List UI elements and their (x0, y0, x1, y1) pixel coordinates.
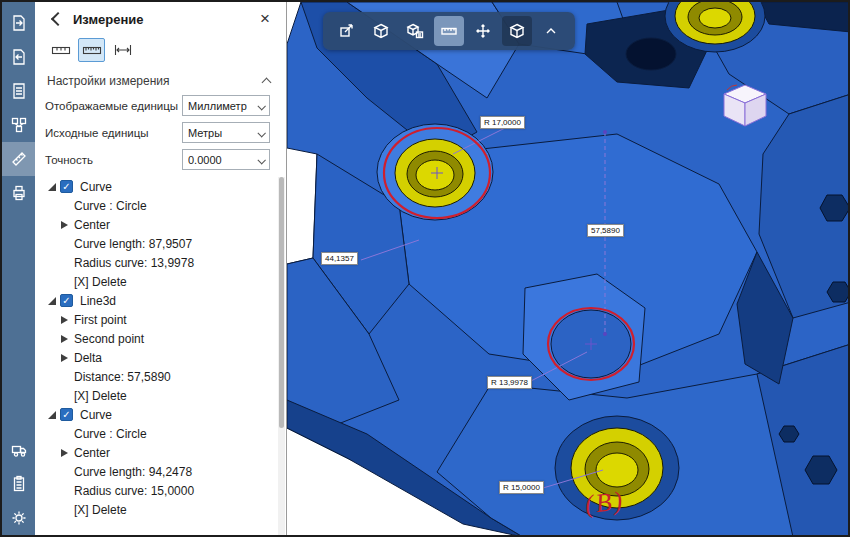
caliper-icon[interactable] (109, 38, 136, 62)
expander-collapsed-icon[interactable] (61, 449, 68, 457)
tree-item-label: Curve (80, 180, 112, 194)
display-units-value: Миллиметр (188, 100, 247, 112)
scrollbar-thumb[interactable] (279, 177, 284, 428)
expander-collapsed-icon[interactable] (61, 316, 68, 324)
tree-item-label: Center (74, 446, 110, 460)
settings-gear-icon[interactable] (2, 501, 35, 535)
delete-item-label: [X] Delete (74, 275, 127, 289)
tree-item[interactable]: Radius curve: 15,0000 (35, 481, 286, 500)
tree-item-label: Curve : Circle (74, 427, 147, 441)
structure-icon[interactable] (2, 108, 35, 142)
cad-model[interactable] (287, 2, 848, 535)
report-icon[interactable] (2, 74, 35, 108)
measure-tool-icon[interactable] (2, 142, 35, 176)
tree-item-label: First point (74, 313, 127, 327)
ruler-ticks-icon[interactable] (78, 38, 105, 62)
tree-item-delta[interactable]: Delta (35, 348, 286, 367)
checkbox-checked[interactable] (60, 408, 73, 421)
tree-item-line3d[interactable]: Line3d (35, 291, 286, 310)
delete-item-button[interactable]: [X] Delete (35, 386, 286, 405)
expander-expanded-icon[interactable] (48, 183, 56, 191)
collapse-section-icon[interactable] (262, 76, 272, 86)
main-sidebar (2, 2, 35, 535)
checkbox-checked[interactable] (60, 294, 73, 307)
panel-title: Измерение (73, 12, 256, 27)
checkbox-checked[interactable] (60, 180, 73, 193)
delete-item-label: [X] Delete (74, 503, 127, 517)
source-units-row: Исходные единицы Метры (35, 119, 286, 146)
source-units-label: Исходные единицы (45, 127, 182, 139)
dimension-label-radius-15[interactable]: R 15,0000 (499, 481, 544, 494)
annotation-b: (B) (583, 486, 626, 521)
dimension-label-radius-17[interactable]: R 17,0000 (480, 116, 525, 129)
measurement-tree: Curve Curve : Circle Center Curve length… (35, 177, 286, 535)
display-units-label: Отображаемые единицы (45, 100, 182, 112)
tree-item[interactable]: Curve : Circle (35, 424, 286, 443)
tree-item-curve-2[interactable]: Curve (35, 405, 286, 424)
truck-icon[interactable] (2, 433, 35, 467)
print-icon[interactable] (2, 176, 35, 210)
export-model-icon[interactable] (2, 40, 35, 74)
measure-mode-toolbar (35, 36, 286, 68)
cad-application-window: Измерение Настройки измерения Отображаем… (0, 0, 850, 537)
viewport-toolbar (323, 12, 575, 50)
model-view-icon[interactable] (502, 16, 532, 46)
settings-section-title: Настройки измерения (47, 74, 262, 88)
tasks-icon[interactable] (2, 467, 35, 501)
tree-item-label: Second point (74, 332, 144, 346)
dimension-label-44[interactable]: 44,1357 (321, 252, 358, 265)
back-icon[interactable] (47, 10, 65, 28)
cube-annotate-icon[interactable] (400, 16, 430, 46)
precision-value: 0.0000 (188, 154, 222, 166)
source-units-value: Метры (188, 127, 222, 139)
expander-collapsed-icon[interactable] (61, 221, 68, 229)
expander-expanded-icon[interactable] (48, 411, 56, 419)
ruler-simple-icon[interactable] (47, 38, 74, 62)
collapse-chevron-icon[interactable] (536, 16, 566, 46)
dimension-label-radius-13[interactable]: R 13,9978 (487, 376, 532, 389)
close-icon[interactable] (256, 10, 274, 28)
tree-item-center-1[interactable]: Center (35, 215, 286, 234)
tree-item-label: Line3d (80, 294, 116, 308)
tree-item-label: Curve length: 94,2478 (74, 465, 192, 479)
tree-item-label: Distance: 57,5890 (74, 370, 171, 384)
precision-dropdown[interactable]: 0.0000 (182, 149, 270, 170)
tree-item-label: Curve (80, 408, 112, 422)
cube-icon[interactable] (366, 16, 396, 46)
viewport-3d[interactable]: R 17,0000 57,5890 44,1357 R 13,9978 R 15… (287, 2, 848, 535)
tree-item-curve-1[interactable]: Curve (35, 177, 286, 196)
display-units-row: Отображаемые единицы Миллиметр (35, 92, 286, 119)
import-model-icon[interactable] (2, 6, 35, 40)
display-units-dropdown[interactable]: Миллиметр (182, 95, 270, 116)
tree-item-label: Radius curve: 15,0000 (74, 484, 194, 498)
tree-item[interactable]: Curve length: 94,2478 (35, 462, 286, 481)
measurement-panel: Измерение Настройки измерения Отображаем… (35, 2, 287, 535)
precision-label: Точность (45, 154, 182, 166)
tree-item-label: Radius curve: 13,9978 (74, 256, 194, 270)
pan-icon[interactable] (468, 16, 498, 46)
tree-item-label: Curve length: 87,9507 (74, 237, 192, 251)
measure-area-icon[interactable] (332, 16, 362, 46)
expander-collapsed-icon[interactable] (61, 354, 68, 362)
tree-item-center-2[interactable]: Center (35, 443, 286, 462)
tree-item[interactable]: Distance: 57,5890 (35, 367, 286, 386)
settings-section-header[interactable]: Настройки измерения (35, 68, 286, 92)
tree-item[interactable]: Radius curve: 13,9978 (35, 253, 286, 272)
tree-item-second-point[interactable]: Second point (35, 329, 286, 348)
delete-item-label: [X] Delete (74, 389, 127, 403)
dimension-label-distance[interactable]: 57,5890 (587, 224, 624, 237)
tree-item[interactable]: Curve : Circle (35, 196, 286, 215)
tree-scrollbar[interactable] (278, 177, 285, 535)
precision-row: Точность 0.0000 (35, 146, 286, 173)
panel-header: Измерение (35, 2, 286, 36)
tree-item-first-point[interactable]: First point (35, 310, 286, 329)
delete-item-button[interactable]: [X] Delete (35, 500, 286, 519)
expander-expanded-icon[interactable] (48, 297, 56, 305)
bore-top (377, 124, 493, 220)
ruler-icon[interactable] (434, 16, 464, 46)
tree-item[interactable]: Curve length: 87,9507 (35, 234, 286, 253)
expander-collapsed-icon[interactable] (61, 335, 68, 343)
source-units-dropdown[interactable]: Метры (182, 122, 270, 143)
delete-item-button[interactable]: [X] Delete (35, 272, 286, 291)
tree-item-label: Curve : Circle (74, 199, 147, 213)
